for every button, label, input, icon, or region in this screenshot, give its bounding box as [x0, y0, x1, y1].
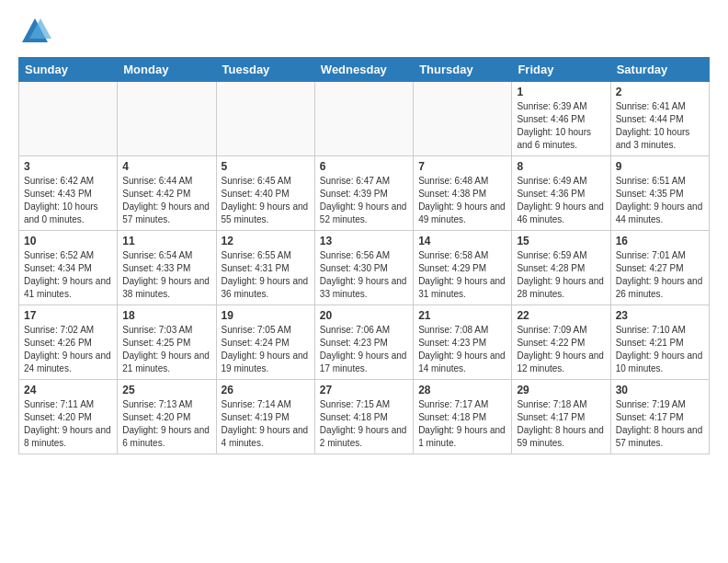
day-number: 3 — [24, 160, 112, 173]
day-info: Sunrise: 6:59 AM Sunset: 4:28 PM Dayligh… — [517, 249, 605, 301]
day-number: 20 — [320, 309, 408, 322]
day-number: 5 — [222, 160, 310, 173]
week-row-2: 10Sunrise: 6:52 AM Sunset: 4:34 PM Dayli… — [19, 231, 710, 305]
day-info: Sunrise: 7:13 AM Sunset: 4:20 PM Dayligh… — [122, 398, 210, 450]
day-info: Sunrise: 7:08 AM Sunset: 4:23 PM Dayligh… — [418, 324, 506, 375]
calendar-cell: 13Sunrise: 6:56 AM Sunset: 4:30 PM Dayli… — [314, 231, 413, 305]
day-number: 27 — [320, 384, 408, 396]
calendar-cell: 12Sunrise: 6:55 AM Sunset: 4:31 PM Dayli… — [216, 231, 314, 305]
weekday-header-saturday: Saturday — [610, 58, 709, 82]
calendar-cell: 1Sunrise: 6:39 AM Sunset: 4:46 PM Daylig… — [512, 82, 610, 156]
calendar-cell: 16Sunrise: 7:01 AM Sunset: 4:27 PM Dayli… — [610, 231, 709, 305]
calendar-cell: 18Sunrise: 7:03 AM Sunset: 4:25 PM Dayli… — [118, 305, 216, 380]
weekday-header-monday: Monday — [118, 58, 216, 82]
calendar-cell: 5Sunrise: 6:45 AM Sunset: 4:40 PM Daylig… — [216, 156, 314, 231]
day-info: Sunrise: 6:49 AM Sunset: 4:36 PM Dayligh… — [517, 175, 605, 226]
day-info: Sunrise: 6:41 AM Sunset: 4:44 PM Dayligh… — [616, 100, 704, 152]
day-info: Sunrise: 7:10 AM Sunset: 4:21 PM Dayligh… — [616, 324, 704, 375]
day-number: 30 — [616, 384, 704, 396]
calendar-cell: 17Sunrise: 7:02 AM Sunset: 4:26 PM Dayli… — [19, 305, 118, 380]
calendar-table: SundayMondayTuesdayWednesdayThursdayFrid… — [18, 57, 710, 454]
calendar-cell: 3Sunrise: 6:42 AM Sunset: 4:43 PM Daylig… — [19, 156, 118, 231]
logo-icon — [18, 15, 51, 48]
day-number: 29 — [517, 384, 605, 396]
day-number: 2 — [616, 86, 704, 98]
day-number: 23 — [616, 309, 704, 322]
day-number: 28 — [418, 384, 506, 396]
day-info: Sunrise: 6:48 AM Sunset: 4:38 PM Dayligh… — [418, 175, 506, 226]
calendar-cell: 19Sunrise: 7:05 AM Sunset: 4:24 PM Dayli… — [216, 305, 314, 380]
day-number: 21 — [418, 309, 506, 322]
day-info: Sunrise: 7:01 AM Sunset: 4:27 PM Dayligh… — [616, 249, 704, 301]
day-number: 12 — [222, 235, 310, 247]
day-info: Sunrise: 7:09 AM Sunset: 4:22 PM Dayligh… — [517, 324, 605, 375]
calendar-cell: 14Sunrise: 6:58 AM Sunset: 4:29 PM Dayli… — [414, 231, 512, 305]
calendar-cell: 11Sunrise: 6:54 AM Sunset: 4:33 PM Dayli… — [118, 231, 216, 305]
day-number: 17 — [24, 309, 112, 322]
calendar-header: SundayMondayTuesdayWednesdayThursdayFrid… — [19, 58, 710, 82]
calendar-cell — [314, 82, 413, 156]
calendar-body: 1Sunrise: 6:39 AM Sunset: 4:46 PM Daylig… — [19, 82, 710, 454]
day-number: 15 — [517, 235, 605, 247]
day-number: 25 — [122, 384, 210, 396]
day-number: 26 — [222, 384, 310, 396]
day-info: Sunrise: 6:44 AM Sunset: 4:42 PM Dayligh… — [122, 175, 210, 226]
day-info: Sunrise: 7:14 AM Sunset: 4:19 PM Dayligh… — [222, 398, 310, 450]
day-info: Sunrise: 7:15 AM Sunset: 4:18 PM Dayligh… — [320, 398, 408, 450]
weekday-header-thursday: Thursday — [414, 58, 512, 82]
day-info: Sunrise: 6:55 AM Sunset: 4:31 PM Dayligh… — [222, 249, 310, 301]
calendar-cell: 28Sunrise: 7:17 AM Sunset: 4:18 PM Dayli… — [414, 380, 512, 454]
day-number: 1 — [517, 86, 605, 98]
calendar-cell: 26Sunrise: 7:14 AM Sunset: 4:19 PM Dayli… — [216, 380, 314, 454]
day-info: Sunrise: 6:58 AM Sunset: 4:29 PM Dayligh… — [418, 249, 506, 301]
day-info: Sunrise: 7:11 AM Sunset: 4:20 PM Dayligh… — [24, 398, 112, 450]
day-number: 16 — [616, 235, 704, 247]
calendar-cell: 29Sunrise: 7:18 AM Sunset: 4:17 PM Dayli… — [512, 380, 610, 454]
day-info: Sunrise: 7:18 AM Sunset: 4:17 PM Dayligh… — [517, 398, 605, 450]
calendar-cell: 10Sunrise: 6:52 AM Sunset: 4:34 PM Dayli… — [19, 231, 118, 305]
day-number: 11 — [122, 235, 210, 247]
page: SundayMondayTuesdayWednesdayThursdayFrid… — [0, 0, 728, 469]
calendar-cell: 15Sunrise: 6:59 AM Sunset: 4:28 PM Dayli… — [512, 231, 610, 305]
day-info: Sunrise: 7:03 AM Sunset: 4:25 PM Dayligh… — [122, 324, 210, 375]
calendar-cell: 2Sunrise: 6:41 AM Sunset: 4:44 PM Daylig… — [610, 82, 709, 156]
day-number: 24 — [24, 384, 112, 396]
day-info: Sunrise: 7:05 AM Sunset: 4:24 PM Dayligh… — [222, 324, 310, 375]
day-info: Sunrise: 6:51 AM Sunset: 4:35 PM Dayligh… — [616, 175, 704, 226]
day-number: 22 — [517, 309, 605, 322]
week-row-4: 24Sunrise: 7:11 AM Sunset: 4:20 PM Dayli… — [19, 380, 710, 454]
day-number: 7 — [418, 160, 506, 173]
calendar-cell: 4Sunrise: 6:44 AM Sunset: 4:42 PM Daylig… — [118, 156, 216, 231]
day-info: Sunrise: 6:47 AM Sunset: 4:39 PM Dayligh… — [320, 175, 408, 226]
calendar-cell: 22Sunrise: 7:09 AM Sunset: 4:22 PM Dayli… — [512, 305, 610, 380]
day-number: 18 — [122, 309, 210, 322]
day-info: Sunrise: 6:39 AM Sunset: 4:46 PM Dayligh… — [517, 100, 605, 152]
day-number: 19 — [222, 309, 310, 322]
calendar-cell: 30Sunrise: 7:19 AM Sunset: 4:17 PM Dayli… — [610, 380, 709, 454]
calendar-cell: 20Sunrise: 7:06 AM Sunset: 4:23 PM Dayli… — [314, 305, 413, 380]
day-info: Sunrise: 6:56 AM Sunset: 4:30 PM Dayligh… — [320, 249, 408, 301]
day-number: 8 — [517, 160, 605, 173]
calendar-cell: 6Sunrise: 6:47 AM Sunset: 4:39 PM Daylig… — [314, 156, 413, 231]
week-row-0: 1Sunrise: 6:39 AM Sunset: 4:46 PM Daylig… — [19, 82, 710, 156]
weekday-header-friday: Friday — [512, 58, 610, 82]
day-number: 9 — [616, 160, 704, 173]
calendar-cell: 21Sunrise: 7:08 AM Sunset: 4:23 PM Dayli… — [414, 305, 512, 380]
calendar-cell: 9Sunrise: 6:51 AM Sunset: 4:35 PM Daylig… — [610, 156, 709, 231]
weekday-header-tuesday: Tuesday — [216, 58, 314, 82]
day-info: Sunrise: 6:52 AM Sunset: 4:34 PM Dayligh… — [24, 249, 112, 301]
day-info: Sunrise: 7:06 AM Sunset: 4:23 PM Dayligh… — [320, 324, 408, 375]
logo — [18, 15, 55, 48]
header — [18, 15, 710, 48]
day-number: 10 — [24, 235, 112, 247]
calendar-cell: 7Sunrise: 6:48 AM Sunset: 4:38 PM Daylig… — [414, 156, 512, 231]
calendar-cell: 27Sunrise: 7:15 AM Sunset: 4:18 PM Dayli… — [314, 380, 413, 454]
calendar-cell: 8Sunrise: 6:49 AM Sunset: 4:36 PM Daylig… — [512, 156, 610, 231]
calendar-cell — [414, 82, 512, 156]
day-info: Sunrise: 6:54 AM Sunset: 4:33 PM Dayligh… — [122, 249, 210, 301]
calendar-cell: 23Sunrise: 7:10 AM Sunset: 4:21 PM Dayli… — [610, 305, 709, 380]
weekday-header-wednesday: Wednesday — [314, 58, 413, 82]
day-info: Sunrise: 7:19 AM Sunset: 4:17 PM Dayligh… — [616, 398, 704, 450]
day-number: 14 — [418, 235, 506, 247]
calendar-cell — [118, 82, 216, 156]
